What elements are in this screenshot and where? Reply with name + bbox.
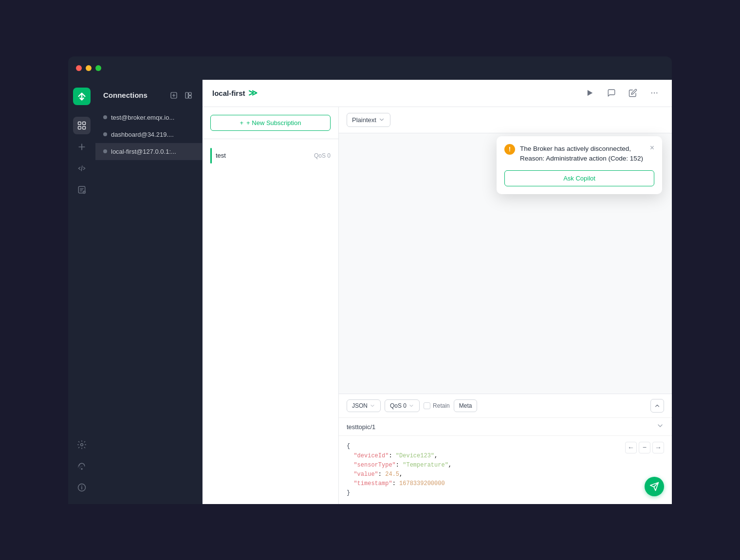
maximize-traffic-light[interactable] xyxy=(95,65,101,71)
topic-collapse-button[interactable] xyxy=(656,422,664,432)
qos-label: QoS 0 xyxy=(390,402,407,409)
subscription-toolbar: + + New Subscription xyxy=(203,107,338,139)
window-titlebar xyxy=(68,56,672,80)
svg-point-7 xyxy=(81,468,82,470)
svg-marker-13 xyxy=(588,90,593,96)
publisher-area: JSON QoS 0 xyxy=(339,394,672,504)
retain-checkbox-box xyxy=(424,402,430,409)
connection-status-dot xyxy=(103,132,107,136)
close-traffic-light[interactable] xyxy=(76,65,82,71)
message-filter-bar: Plaintext xyxy=(339,107,672,133)
active-connection-label: local-first ≫ xyxy=(212,88,258,98)
subscription-indicator xyxy=(210,148,212,163)
svg-point-14 xyxy=(651,92,652,93)
sidebar-item-add[interactable] xyxy=(73,138,91,156)
plus-icon: + xyxy=(240,119,244,126)
sidebar-item-scripts[interactable] xyxy=(73,160,91,177)
new-subscription-label: + New Subscription xyxy=(246,119,301,126)
subscription-list: test QoS 0 xyxy=(203,139,338,504)
connection-name: dashboard@34.219.... xyxy=(111,131,174,138)
ask-copilot-button[interactable]: Ask Copilot xyxy=(504,170,654,186)
chat-button[interactable] xyxy=(604,85,619,101)
message-area: Plaintext JSON xyxy=(339,107,672,504)
subscription-qos: QoS 0 xyxy=(314,152,331,159)
notification-header: ! The Broker has actively disconnected, … xyxy=(504,144,654,164)
connections-header: Connections xyxy=(95,80,202,107)
svg-rect-12 xyxy=(189,95,191,98)
connection-name: test@broker.emqx.io... xyxy=(111,114,174,121)
notification-warning-icon: ! xyxy=(504,144,515,155)
subscription-topic: test xyxy=(216,152,226,159)
nav-next-button[interactable]: → xyxy=(652,442,664,453)
json-line-3: "value": 24.5, xyxy=(347,470,664,479)
subscription-panel: + + New Subscription test QoS 0 xyxy=(203,107,339,504)
minimize-traffic-light[interactable] xyxy=(86,65,92,71)
format-label: JSON xyxy=(352,402,368,409)
add-connection-button[interactable] xyxy=(168,90,180,101)
plaintext-filter-dropdown[interactable]: Plaintext xyxy=(347,113,390,127)
sidebar-item-connections[interactable] xyxy=(73,117,91,134)
connections-panel: Connections xyxy=(95,80,203,504)
topbar: local-first ≫ xyxy=(203,80,672,107)
sidebar-item-settings[interactable] xyxy=(73,436,91,453)
more-options-button[interactable] xyxy=(647,85,662,101)
topbar-icons xyxy=(582,85,662,101)
icon-sidebar xyxy=(68,80,95,504)
sidebar-item-about[interactable] xyxy=(73,479,91,496)
connections-title: Connections xyxy=(103,91,148,99)
svg-point-15 xyxy=(654,92,655,93)
sidebar-item-log[interactable] xyxy=(73,181,91,199)
svg-rect-0 xyxy=(78,122,81,125)
ask-copilot-label: Ask Copilot xyxy=(563,175,595,182)
main-content: local-first ≫ xyxy=(203,80,672,504)
retain-checkbox[interactable]: Retain xyxy=(424,402,450,409)
retain-label: Retain xyxy=(433,402,450,409)
connection-name-label: local-first xyxy=(212,89,245,97)
notification-popup: ! The Broker has actively disconnected, … xyxy=(497,136,662,195)
sidebar-item-diagnostics[interactable] xyxy=(73,457,91,475)
svg-rect-2 xyxy=(78,126,81,129)
nav-prev-button[interactable]: ← xyxy=(625,442,637,453)
json-line-2: "sensorType": "Temperature", xyxy=(347,461,664,470)
svg-rect-3 xyxy=(83,126,86,129)
meta-button[interactable]: Meta xyxy=(454,399,478,412)
json-brace-close: } xyxy=(347,488,664,498)
json-line-1: "deviceId": "Device123", xyxy=(347,452,664,461)
nav-minus-button[interactable]: − xyxy=(639,442,650,453)
svg-rect-1 xyxy=(83,122,86,125)
meta-label: Meta xyxy=(459,402,472,409)
edit-button[interactable] xyxy=(625,85,641,101)
plaintext-label: Plaintext xyxy=(352,116,376,124)
svg-rect-11 xyxy=(189,92,191,95)
chevron-double-icon: ≫ xyxy=(248,88,258,98)
content-split: + + New Subscription test QoS 0 xyxy=(203,107,672,504)
connection-status-dot xyxy=(103,115,107,119)
subscription-item[interactable]: test QoS 0 xyxy=(203,143,338,168)
topic-input[interactable] xyxy=(347,423,656,431)
qos-dropdown[interactable]: QoS 0 xyxy=(385,399,420,412)
connection-name: local-first@127.0.0.1:... xyxy=(111,148,176,155)
expand-button[interactable] xyxy=(650,399,664,413)
notification-message: The Broker has actively disconnected, Re… xyxy=(520,144,645,164)
format-dropdown[interactable]: JSON xyxy=(347,399,381,412)
connection-status-dot xyxy=(103,149,107,153)
connection-item-active[interactable]: local-first@127.0.0.1:... xyxy=(95,143,202,160)
svg-point-16 xyxy=(656,92,657,93)
publisher-toolbar: JSON QoS 0 xyxy=(339,394,672,418)
app-logo[interactable] xyxy=(73,88,91,105)
message-editor[interactable]: ← − → { "deviceId": "Device123", "sensor… xyxy=(339,436,672,504)
topic-row xyxy=(339,418,672,436)
connection-item[interactable]: test@broker.emqx.io... xyxy=(95,109,202,126)
connection-list: test@broker.emqx.io... dashboard@34.219.… xyxy=(95,107,202,504)
connection-item[interactable]: dashboard@34.219.... xyxy=(95,126,202,143)
send-button[interactable] xyxy=(645,477,664,496)
editor-nav-buttons: ← − → xyxy=(625,442,664,453)
new-subscription-button[interactable]: + + New Subscription xyxy=(210,115,331,131)
svg-point-6 xyxy=(81,443,83,446)
json-line-4: "timestamp": 1678339200000 xyxy=(347,479,664,488)
json-brace-open: { xyxy=(347,442,664,451)
notification-close-button[interactable]: × xyxy=(650,144,654,152)
connections-actions xyxy=(168,90,194,101)
connect-button[interactable] xyxy=(582,85,598,101)
layout-toggle-button[interactable] xyxy=(183,90,194,101)
